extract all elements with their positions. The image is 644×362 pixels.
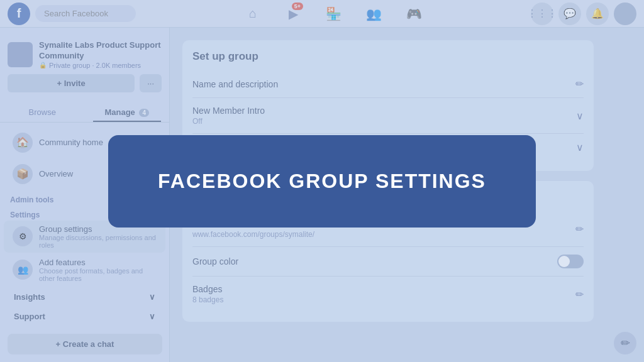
overlay: FACEBOOK GROUP SETTINGS <box>0 0 644 362</box>
overlay-title: FACEBOOK GROUP SETTINGS <box>158 170 486 193</box>
overlay-card: FACEBOOK GROUP SETTINGS <box>108 135 536 228</box>
